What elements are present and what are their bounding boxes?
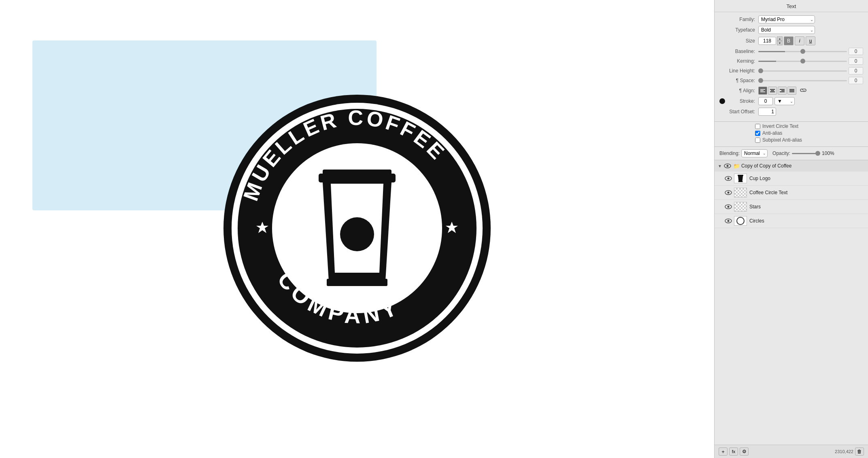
layer-item-stars[interactable]: Stars xyxy=(715,200,868,214)
svg-rect-29 xyxy=(738,181,743,182)
blending-select-wrapper[interactable]: Normal xyxy=(741,149,768,157)
align-row: ¶ Align: xyxy=(719,87,863,95)
italic-button[interactable]: i xyxy=(795,36,804,45)
family-row: Family: Myriad Pro xyxy=(719,15,863,23)
stroke-color-dot[interactable] xyxy=(719,98,725,104)
size-stepper: 118 ▲ ▼ xyxy=(758,36,783,45)
subpixel-anti-alias-checkbox[interactable] xyxy=(755,138,760,143)
stroke-type-select[interactable]: ▼ xyxy=(774,97,795,105)
size-input[interactable]: 118 xyxy=(758,37,776,45)
baseline-value: 0 xyxy=(849,48,863,55)
logo-container: MUELLER COFFEE COMPANY xyxy=(219,91,495,367)
group-visibility-icon[interactable] xyxy=(723,163,732,169)
canvas-area: MUELLER COFFEE COMPANY xyxy=(0,0,714,458)
group-collapse-icon[interactable]: ▼ xyxy=(718,164,722,168)
checkboxes-group: Invert Circle Text Anti-alias Subpixel A… xyxy=(715,122,868,146)
circles-visibility-icon[interactable] xyxy=(724,218,732,224)
align-center-button[interactable] xyxy=(768,87,777,95)
kerning-row: Kerning: 0 xyxy=(719,57,863,65)
coffee-circle-text-visibility-icon[interactable] xyxy=(724,189,732,196)
blending-select[interactable]: Normal xyxy=(741,149,768,157)
layer-item-circles[interactable]: Circles xyxy=(715,214,868,228)
lineheight-control: 0 xyxy=(758,67,863,74)
size-decrement-button[interactable]: ▼ xyxy=(777,41,783,45)
space-value: 0 xyxy=(849,77,863,84)
opacity-value: 100% xyxy=(822,151,834,156)
settings-button[interactable]: ⚙ xyxy=(740,447,749,456)
invert-circle-text-row: Invert Circle Text xyxy=(755,123,863,129)
svg-point-27 xyxy=(728,178,730,180)
typeface-row: Typeface Bold xyxy=(719,26,863,34)
typeface-select-wrapper[interactable]: Bold xyxy=(758,26,815,34)
svg-point-33 xyxy=(728,206,730,208)
svg-point-31 xyxy=(728,192,730,194)
group-layer-name: Copy of Copy of Coffee xyxy=(741,163,792,169)
opacity-slider[interactable] xyxy=(792,153,820,154)
family-select[interactable]: Myriad Pro xyxy=(758,15,815,23)
startoffset-row: Start Offset: 1 xyxy=(719,108,863,116)
svg-point-25 xyxy=(726,165,728,167)
family-select-wrapper[interactable]: Myriad Pro xyxy=(758,15,815,23)
stroke-input[interactable]: 0 xyxy=(758,97,773,105)
baseline-slider[interactable] xyxy=(758,51,847,52)
kerning-slider[interactable] xyxy=(758,61,847,62)
add-layer-button[interactable]: + xyxy=(719,447,728,456)
cup-logo-thumbnail xyxy=(734,174,747,183)
stroke-label: Stroke: xyxy=(727,98,755,104)
layer-group-header[interactable]: ▼ 📁 Copy of Copy of Coffee xyxy=(715,160,868,172)
align-left-button[interactable] xyxy=(758,87,767,95)
fx-button[interactable]: fx xyxy=(729,447,738,456)
bold-button[interactable]: B xyxy=(784,36,794,45)
size-increment-button[interactable]: ▲ xyxy=(777,36,783,41)
link-icon[interactable] xyxy=(800,87,807,95)
size-row: Size 118 ▲ ▼ B i u xyxy=(719,36,863,45)
align-buttons xyxy=(758,87,796,95)
subpixel-anti-alias-label: Subpixel Anti-alias xyxy=(762,137,802,143)
space-row: ¶ Space: 0 xyxy=(719,77,863,84)
svg-point-6 xyxy=(340,217,374,251)
lineheight-row: Line Height: 0 xyxy=(719,67,863,74)
startoffset-label: Start Offset: xyxy=(719,109,755,114)
layer-item-coffee-circle-text[interactable]: Coffee Circle Text xyxy=(715,186,868,200)
space-control: 0 xyxy=(758,77,863,84)
startoffset-control: 1 xyxy=(758,108,863,116)
opacity-label: Opacity: xyxy=(772,151,790,156)
typeface-select[interactable]: Bold xyxy=(758,26,815,34)
invert-circle-text-label: Invert Circle Text xyxy=(762,123,798,129)
stroke-row: Stroke: 0 ▼ xyxy=(719,97,863,105)
group-folder-icon: 📁 xyxy=(733,163,740,169)
svg-rect-7 xyxy=(327,279,387,286)
align-right-button[interactable] xyxy=(778,87,787,95)
cup-logo-visibility-icon[interactable] xyxy=(724,175,732,182)
family-control: Myriad Pro xyxy=(758,15,863,23)
underline-button[interactable]: u xyxy=(806,36,815,45)
subpixel-anti-alias-row: Subpixel Anti-alias xyxy=(755,137,863,143)
space-slider[interactable] xyxy=(758,80,847,81)
baseline-row: Baseline: 0 xyxy=(719,48,863,55)
cup-logo-layer-name: Cup Logo xyxy=(749,176,770,181)
delete-layer-button[interactable]: 🗑 xyxy=(855,447,864,456)
layers-section: ▼ 📁 Copy of Copy of Coffee xyxy=(715,160,868,445)
invert-circle-text-checkbox[interactable] xyxy=(755,124,760,129)
lineheight-slider[interactable] xyxy=(758,70,847,72)
svg-rect-5 xyxy=(323,170,391,177)
stars-thumbnail xyxy=(734,202,747,212)
layer-item-cup-logo[interactable]: Cup Logo xyxy=(715,172,868,186)
anti-alias-row: Anti-alias xyxy=(755,130,863,136)
logo-svg: MUELLER COFFEE COMPANY xyxy=(219,91,495,366)
stroke-control: 0 ▼ xyxy=(758,97,863,105)
anti-alias-checkbox[interactable] xyxy=(755,131,760,136)
stars-layer-name: Stars xyxy=(749,204,761,210)
text-properties: Family: Myriad Pro Typeface Bold xyxy=(715,12,868,122)
anti-alias-label: Anti-alias xyxy=(762,130,782,136)
blending-label: Blending: xyxy=(719,151,740,156)
align-justify-button[interactable] xyxy=(787,87,796,95)
stroke-type-wrapper[interactable]: ▼ xyxy=(774,97,795,105)
startoffset-input[interactable]: 1 xyxy=(758,108,776,116)
family-label: Family: xyxy=(719,17,755,22)
typeface-control: Bold xyxy=(758,26,863,34)
kerning-value: 0 xyxy=(849,57,863,65)
space-label: ¶ Space: xyxy=(719,78,755,83)
coffee-circle-text-thumbnail xyxy=(734,188,747,197)
stars-visibility-icon[interactable] xyxy=(724,204,732,210)
